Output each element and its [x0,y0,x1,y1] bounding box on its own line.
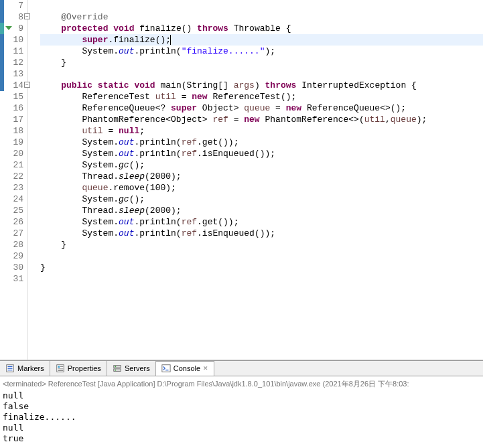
code-line[interactable]: PhantomReference<Object> ref = new Phant… [40,114,483,125]
override-icon[interactable] [5,26,12,30]
line-number[interactable]: 23 [0,182,23,194]
tab-label: Console [174,364,200,372]
markers-icon [5,364,15,373]
line-number[interactable]: 12 [0,57,23,68]
tab-label: Servers [125,364,150,372]
code-line[interactable] [40,68,483,80]
console-output-line: null [3,390,480,401]
console-process-header: <terminated> ReferenceTest [Java Applica… [3,378,480,390]
line-number[interactable]: 16 [0,102,23,114]
code-line[interactable]: Thread.sleep(2000); [40,171,483,182]
line-number[interactable]: 20 [0,148,23,159]
code-line[interactable]: System.out.println(ref.isEnqueued()); [40,148,483,159]
code-line[interactable]: System.gc(); [40,159,483,171]
svg-rect-2 [58,366,60,368]
line-number[interactable]: 24 [0,194,23,205]
code-line[interactable]: System.out.println(ref.get()); [40,137,483,148]
change-marker [0,80,4,91]
line-number[interactable]: 7 [0,0,23,11]
code-line[interactable]: System.out.println(ref.get()); [40,216,483,228]
console-output-line: true [3,433,480,444]
code-line[interactable]: ReferenceQueue<? super Object> queue = n… [40,102,483,114]
line-number[interactable]: 22 [0,171,23,182]
code-line[interactable] [40,250,483,262]
console-panel[interactable]: <terminated> ReferenceTest [Java Applica… [0,376,483,445]
code-line[interactable]: System.out.println(ref.isEnqueued()); [40,228,483,239]
code-line[interactable] [40,0,483,11]
line-number[interactable]: 25 [0,205,23,216]
svg-rect-7 [162,365,170,372]
code-line[interactable]: super.finalize(); [40,34,483,46]
bottom-tabs: MarkersPropertiesServersConsole ✕ [0,360,483,376]
fold-toggle[interactable]: − [24,13,30,19]
line-gutter[interactable]: 78−91011121314−1516171819202122232425262… [0,0,28,360]
line-number[interactable]: 18 [0,125,23,137]
line-number[interactable]: 10 [0,34,23,46]
code-line[interactable]: } [40,239,483,250]
change-marker [0,23,4,34]
line-number[interactable]: 13 [0,68,23,80]
console-icon [161,364,171,373]
tab-label: Markers [17,364,44,372]
change-marker [0,57,4,68]
code-line[interactable]: queue.remove(100); [40,182,483,194]
servers-icon [113,364,122,373]
code-line[interactable]: util = null; [40,125,483,137]
svg-rect-3 [114,366,121,368]
code-line[interactable]: public static void main(String[] args) t… [40,80,483,91]
line-number[interactable]: 26 [0,216,23,228]
line-number[interactable]: 15 [0,91,23,102]
code-line[interactable] [40,273,483,285]
console-output-line: false [3,401,480,412]
line-number[interactable]: 29 [0,250,23,262]
tab-servers[interactable]: Servers [107,361,156,376]
svg-point-6 [115,370,116,371]
fold-toggle[interactable]: − [24,82,30,88]
line-number[interactable]: 27 [0,228,23,239]
line-number[interactable]: 19 [0,137,23,148]
code-line[interactable]: System.out.println("finalize......"); [40,46,483,57]
line-number[interactable]: 11 [0,46,23,57]
console-output-line: finalize...... [3,412,480,423]
line-number[interactable]: 21 [0,159,23,171]
tab-markers[interactable]: Markers [0,361,50,376]
change-marker [0,11,4,23]
code-line[interactable]: } [40,262,483,273]
change-marker [0,46,4,57]
change-marker [0,34,4,46]
line-number[interactable]: 14− [0,80,23,91]
code-line[interactable]: } [40,57,483,68]
line-number[interactable]: 30 [0,262,23,273]
code-area[interactable]: @Override protected void finalize() thro… [28,0,483,360]
tab-console[interactable]: Console ✕ [156,361,214,376]
code-line[interactable]: System.gc(); [40,194,483,205]
svg-point-5 [115,366,116,368]
close-icon[interactable]: ✕ [203,365,208,372]
line-number[interactable]: 8− [0,11,23,23]
text-cursor [170,35,171,45]
change-marker [0,68,4,80]
line-number[interactable]: 31 [0,273,23,285]
change-marker [0,0,4,11]
tab-properties[interactable]: Properties [50,361,107,376]
line-number[interactable]: 28 [0,239,23,250]
console-output-line: null [3,423,480,433]
svg-rect-4 [114,369,121,372]
code-editor[interactable]: 78−91011121314−1516171819202122232425262… [0,0,483,360]
code-line[interactable]: protected void finalize() throws Throwab… [40,23,483,34]
code-line[interactable]: Thread.sleep(2000); [40,205,483,216]
properties-icon [56,364,65,373]
code-line[interactable]: @Override [40,11,483,23]
line-number[interactable]: 17 [0,114,23,125]
tab-label: Properties [68,364,101,372]
line-number[interactable]: 9 [0,23,23,34]
code-line[interactable]: ReferenceTest util = new ReferenceTest()… [40,91,483,102]
